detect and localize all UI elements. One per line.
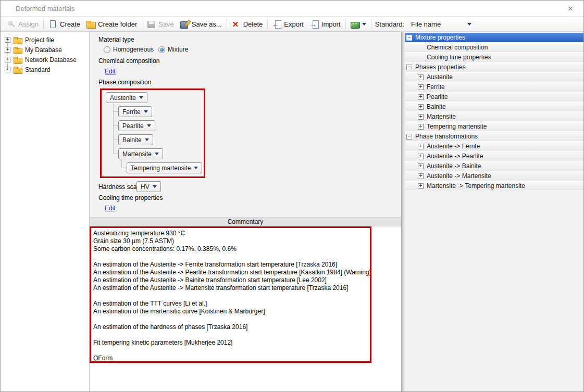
toolbar-separator — [345, 19, 346, 29]
right-panel-row-austenite-bainite[interactable]: + Austenite -> Bainite — [405, 161, 583, 171]
right-panel-row-label: Cooling time properties — [427, 54, 491, 61]
expander-plus-icon[interactable]: + — [5, 67, 10, 72]
right-panel-row-label: Ferrite — [427, 83, 445, 91]
right-panel-row-bainite[interactable]: + Bainite — [405, 102, 583, 112]
expander-plus-icon[interactable]: + — [5, 57, 10, 62]
toolbar-button-export[interactable]: Export — [269, 18, 307, 30]
expander-plus-icon[interactable]: + — [418, 74, 424, 80]
right-panel-row-label: Phase transformations — [415, 133, 478, 140]
delete-icon — [232, 20, 241, 29]
expander-minus-icon[interactable]: − — [406, 35, 412, 41]
phase-dropdown-tempering-martensite[interactable]: Tempering martensite — [127, 162, 202, 173]
panel-splitter[interactable] — [401, 32, 405, 391]
right-panel-row-label: Austenite -> Bainite — [427, 162, 481, 170]
toolbar-button-material-library[interactable] — [347, 18, 369, 30]
phase-label: Ferrite — [122, 108, 141, 116]
expander-plus-icon[interactable]: + — [418, 183, 424, 189]
toolbar-button-save[interactable]: Save — [144, 18, 177, 30]
right-panel-row-ferrite[interactable]: + Ferrite — [405, 82, 583, 92]
phase-dropdown-bainite[interactable]: Bainite — [118, 134, 153, 145]
hardness-value: HV — [141, 183, 150, 191]
properties-navigator-list: − Mixture properties Chemical compositio… — [405, 33, 583, 191]
right-panel-row-martensite[interactable]: + Martensite — [405, 112, 583, 122]
cooling-time-edit-link[interactable]: Edit — [105, 205, 116, 212]
toolbar-button-delete[interactable]: Delete — [229, 18, 266, 30]
save-as-icon — [180, 20, 189, 29]
commentary-textarea[interactable]: Austenitizing temperature 930 °C Grain s… — [90, 226, 401, 391]
standard-value: File name — [411, 20, 467, 28]
folder-icon — [14, 66, 22, 73]
phase-dropdown-austenite[interactable]: Austenite — [106, 92, 147, 103]
phase-dropdown-martensite[interactable]: Martensite — [118, 148, 163, 159]
expander-plus-icon[interactable]: + — [418, 163, 424, 169]
right-panel-row-austenite-martensite[interactable]: + Austenite -> Martensite — [405, 171, 583, 181]
expander-plus-icon[interactable]: + — [418, 104, 424, 110]
cooling-time-properties-label: Cooling time properties — [98, 194, 163, 201]
chevron-down-icon — [194, 167, 198, 169]
right-panel-row-cooling-time-properties[interactable]: Cooling time properties — [405, 53, 583, 62]
right-panel-row-austenite-ferrite[interactable]: + Austenite -> Ferrite — [405, 142, 583, 151]
expander-plus-icon[interactable]: + — [418, 114, 424, 120]
expander-plus-icon[interactable]: + — [418, 94, 424, 100]
chevron-down-icon — [147, 124, 151, 127]
phase-label: Martensite — [122, 150, 152, 158]
hardness-scale-dropdown[interactable]: HV — [136, 181, 161, 192]
expander-minus-icon[interactable]: − — [406, 134, 412, 140]
tree-connector — [121, 159, 122, 168]
close-icon[interactable]: × — [565, 3, 576, 15]
toolbar-button-create[interactable]: Create — [45, 18, 83, 30]
phase-dropdown-pearlite[interactable]: Pearlite — [118, 120, 155, 131]
phase-dropdown-ferrite[interactable]: Ferrite — [118, 106, 152, 117]
right-panel-row-mixture-properties[interactable]: − Mixture properties — [405, 33, 583, 43]
chevron-down-icon — [145, 138, 149, 141]
phase-label: Pearlite — [122, 122, 144, 130]
right-panel-row-label: Austenite -> Ferrite — [427, 143, 480, 150]
content-area: + Project file + My Database + Network D… — [1, 32, 583, 391]
expander-plus-icon[interactable]: + — [418, 124, 424, 130]
tree-item-project-file[interactable]: + Project file — [1, 35, 89, 45]
radio-homogeneous[interactable]: Homogeneous — [104, 46, 154, 53]
tree-connector — [113, 125, 118, 126]
properties-navigator-panel: − Mixture properties Chemical compositio… — [405, 32, 583, 391]
standard-combobox[interactable]: Standard: File name — [375, 20, 471, 28]
expander-plus-icon[interactable]: + — [418, 144, 424, 149]
radio-mixture-label: Mixture — [168, 46, 188, 53]
right-panel-row-tempering-martensite[interactable]: + Tempering martensite — [405, 122, 583, 132]
toolbar-button-assign[interactable]: Assign — [4, 18, 42, 30]
expander-plus-icon[interactable]: + — [418, 173, 424, 179]
commentary-text: Austenitizing temperature 930 °C Grain s… — [91, 228, 373, 364]
tree-item-my-database[interactable]: + My Database — [1, 45, 89, 55]
toolbar-button-create-folder[interactable]: Create folder — [83, 18, 140, 30]
expander-plus-icon[interactable]: + — [5, 37, 10, 43]
right-panel-row-martensite-tempering-martensite[interactable]: + Martensite -> Tempering martensite — [405, 181, 583, 191]
tree-connector — [121, 168, 127, 168]
tree-connector — [113, 154, 118, 154]
commentary-header: Commentary — [90, 217, 401, 226]
radio-icon[interactable] — [104, 46, 110, 53]
material-properties-panel: Material type Homogeneous Mixture Chemic… — [90, 32, 401, 391]
tree-item-standard[interactable]: + Standard — [1, 65, 89, 74]
tree-item-label: Standard — [25, 66, 51, 73]
right-panel-row-austenite-pearlite[interactable]: + Austenite -> Pearlite — [405, 151, 583, 161]
right-panel-row-label: Austenite -> Pearlite — [427, 153, 483, 160]
right-panel-row-phases-properties[interactable]: − Phases properties — [405, 62, 583, 72]
expander-plus-icon[interactable]: + — [418, 154, 424, 159]
standard-label: Standard: — [375, 20, 404, 28]
tree-item-network-database[interactable]: + Network Database — [1, 55, 89, 65]
toolbar-button-import[interactable]: Import — [307, 18, 344, 30]
right-panel-row-label: Mixture properties — [415, 34, 465, 41]
chemical-composition-edit-link[interactable]: Edit — [105, 68, 116, 75]
right-panel-row-pearlite[interactable]: + Pearlite — [405, 92, 583, 102]
expander-plus-icon[interactable]: + — [5, 47, 10, 53]
radio-mixture[interactable]: Mixture — [158, 46, 188, 53]
tree-connector — [113, 140, 118, 140]
expander-plus-icon[interactable]: + — [418, 84, 424, 90]
right-panel-row-chemical-composition[interactable]: Chemical composition — [405, 43, 583, 53]
toolbar-button-save-as[interactable]: Save as... — [177, 18, 225, 30]
right-panel-row-austenite[interactable]: + Austenite — [405, 72, 583, 82]
right-panel-row-phase-transformations[interactable]: − Phase transformations — [405, 132, 583, 142]
folder-icon — [86, 20, 95, 29]
expander-minus-icon[interactable]: − — [406, 65, 412, 70]
doc-icon — [48, 20, 57, 29]
radio-checked-icon[interactable] — [158, 46, 165, 53]
